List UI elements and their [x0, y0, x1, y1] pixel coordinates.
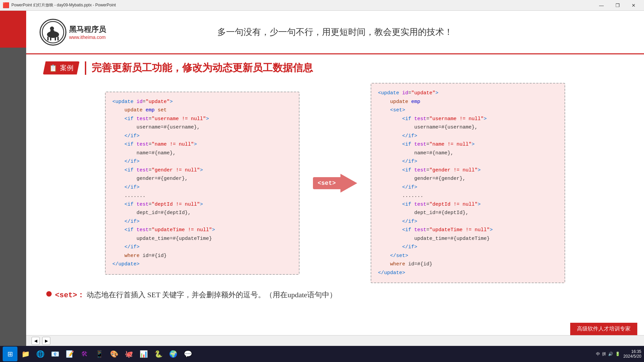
- bottom-note: <set>： 动态地在行首插入 SET 关键字，并会删掉额外的逗号。（用在upd…: [43, 290, 627, 300]
- taskbar-dev-icon[interactable]: 🛠: [78, 347, 91, 361]
- system-tray: 中 拼 🔊 🔋 16:35 2024/5/20: [596, 349, 641, 359]
- slide-body: 📋 案例 完善更新员工功能，修改为动态更新员工数据信息 <update id="…: [26, 54, 644, 307]
- battery-icon: 🔋: [615, 352, 620, 356]
- taskbar-chrome-icon[interactable]: 🌍: [166, 347, 180, 361]
- start-button[interactable]: ⊞: [3, 347, 17, 361]
- svg-rect-7: [57, 37, 59, 41]
- logo-url: www.itheima.com: [69, 35, 106, 40]
- logo-area: 黑马程序员 www.itheima.com: [40, 19, 106, 46]
- bullet-icon: [46, 291, 52, 297]
- case-badge: 📋 案例: [43, 61, 79, 74]
- svg-point-2: [50, 27, 54, 31]
- svg-rect-3: [50, 30, 54, 35]
- left-sidebar: [0, 11, 26, 346]
- maximize-button[interactable]: ❐: [610, 0, 625, 11]
- next-slide-button[interactable]: ▶: [42, 337, 50, 345]
- note-set-tag: <set>：: [55, 291, 85, 300]
- title-bar-left: 🟥 PowerPoint 幻灯片放映 - day09-Mybatis.pptx …: [3, 2, 116, 8]
- taskbar-wechat-icon[interactable]: 💬: [181, 347, 195, 361]
- minimize-button[interactable]: —: [594, 0, 609, 11]
- taskbar: ⊞ 📁 🌐 📧 📝 🛠 📱 🎨 🐙 📊 🐍 🌍 💬 中 拼 🔊 🔋 16:35 …: [0, 346, 644, 362]
- slide-header: 黑马程序员 www.itheima.com 多一句没有，少一句不行，用更短时间，…: [26, 11, 644, 54]
- svg-rect-4: [47, 37, 49, 41]
- logo-svg: [41, 20, 65, 44]
- left-code-block: <update id="update"> update emp set <if …: [112, 98, 292, 269]
- keyboard-icon: 中: [596, 351, 600, 357]
- sys-tray-icons: 中 拼 🔊 🔋: [596, 351, 620, 357]
- taskbar-android-icon[interactable]: 📱: [93, 347, 106, 361]
- volume-icon: 🔊: [608, 352, 613, 356]
- svg-rect-6: [55, 37, 56, 41]
- taskbar-mail-icon[interactable]: 📧: [48, 347, 62, 361]
- taskbar-notes-icon[interactable]: 📝: [63, 347, 76, 361]
- logo-text-area: 黑马程序员 www.itheima.com: [69, 24, 106, 40]
- section-title: 📋 案例 完善更新员工功能，修改为动态更新员工数据信息: [43, 61, 627, 75]
- set-arrow-label: <set>: [313, 177, 340, 189]
- prev-slide-button[interactable]: ◀: [32, 337, 40, 345]
- logo-circle: [40, 19, 66, 46]
- sidebar-red-block: [0, 11, 26, 48]
- case-label: 案例: [60, 63, 73, 72]
- logo-name: 黑马程序员: [69, 24, 106, 35]
- slide-content: 黑马程序员 www.itheima.com 多一句没有，少一句不行，用更短时间，…: [26, 11, 644, 346]
- taskbar-py-icon[interactable]: 🐍: [152, 347, 165, 361]
- app-icon: 🟥: [3, 2, 9, 8]
- taskbar-ps-icon[interactable]: 🎨: [107, 347, 121, 361]
- title-divider: [85, 61, 86, 75]
- note-body: 动态地在行首插入 SET 关键字，并会删掉额外的逗号。（用在update语句中）: [85, 291, 337, 299]
- taskbar-ppt-icon[interactable]: 📊: [137, 347, 150, 361]
- taskbar-git-icon[interactable]: 🐙: [122, 347, 136, 361]
- code-panels: <update id="update"> update emp set <if …: [43, 83, 627, 283]
- title-bar: 🟥 PowerPoint 幻灯片放映 - day09-Mybatis.pptx …: [0, 0, 644, 11]
- close-button[interactable]: ✕: [626, 0, 641, 11]
- lang-icon: 拼: [602, 351, 606, 357]
- taskbar-edge-icon[interactable]: 🌐: [34, 347, 47, 361]
- window-title: PowerPoint 幻灯片放映 - day09-Mybatis.pptx - …: [11, 2, 116, 8]
- svg-rect-5: [50, 37, 51, 41]
- slide-nav: ◀ ▶: [26, 335, 644, 346]
- transform-arrow: <set>: [313, 174, 357, 193]
- clock-time: 16:35: [631, 349, 641, 354]
- section-title-text: 完善更新员工功能，修改为动态更新员工数据信息: [92, 61, 313, 75]
- note-text: <set>： 动态地在行首插入 SET 关键字，并会删掉额外的逗号。（用在upd…: [55, 290, 337, 300]
- taskbar-files-icon[interactable]: 📁: [19, 347, 32, 361]
- clock-date: 2024/5/20: [624, 354, 641, 359]
- brand-badge: 高级软件人才培训专家: [570, 323, 637, 335]
- left-code-panel: <update id="update"> update emp set <if …: [105, 92, 300, 275]
- system-clock: 16:35 2024/5/20: [624, 349, 641, 359]
- arrow-head-icon: [340, 174, 357, 193]
- case-icon: 📋: [49, 64, 57, 72]
- header-slogan: 多一句没有，少一句不行，用更短时间，教会更实用的技术！: [217, 26, 453, 38]
- window-controls[interactable]: — ❐ ✕: [594, 0, 641, 11]
- right-code-block: <update id="update"> update emp <set> <i…: [378, 89, 558, 277]
- right-code-panel: <update id="update"> update emp <set> <i…: [371, 83, 565, 283]
